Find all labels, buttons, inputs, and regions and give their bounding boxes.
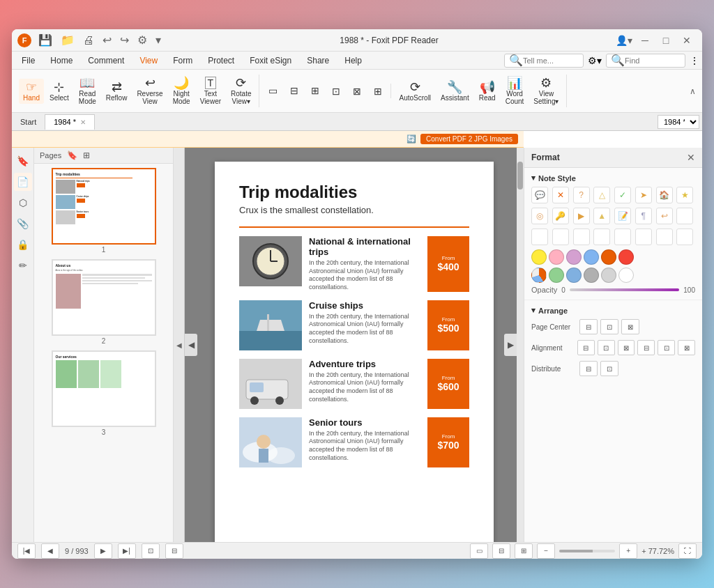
format-tab-label[interactable]: Format xyxy=(531,153,560,162)
menu-file[interactable]: File xyxy=(15,54,42,67)
color-gray2[interactable] xyxy=(601,268,616,283)
note-style-check[interactable]: ✓ xyxy=(614,187,631,203)
center-horiz-btn[interactable]: ⊟ xyxy=(579,319,598,334)
color-chart-orange[interactable] xyxy=(531,268,547,283)
menu-home[interactable]: Home xyxy=(43,54,79,67)
more-menu-icon[interactable]: ⋮ xyxy=(690,55,699,66)
view-setting-button[interactable]: ⚙ ViewSetting▾ xyxy=(529,75,563,107)
last-page-btn[interactable]: ▶| xyxy=(118,543,136,559)
thumbnail-page-2[interactable]: About us Aries is the sign of the zodiac… xyxy=(52,259,156,336)
right-panel-close-btn[interactable]: ✕ xyxy=(687,152,695,163)
night-mode-button[interactable]: 🌙 NightMode xyxy=(169,75,195,107)
select-tool-button[interactable]: ⊹ Select xyxy=(45,79,73,104)
first-page-btn[interactable]: |◀ xyxy=(17,543,36,559)
hand-tool-button[interactable]: ☞ Hand xyxy=(19,79,44,104)
note-style-return[interactable]: ↩ xyxy=(656,208,673,224)
opacity-slider[interactable] xyxy=(570,288,679,291)
note-style-up-arrow[interactable]: ▲ xyxy=(593,208,610,224)
vertical-scrollbar[interactable] xyxy=(517,148,524,542)
view-mode-3-btn[interactable]: ⊞ xyxy=(515,543,533,559)
distribute-horiz-btn[interactable]: ⊟ xyxy=(579,361,598,376)
find-search[interactable]: 🔍 xyxy=(606,54,685,68)
align-right-btn[interactable]: ⊠ xyxy=(618,340,635,355)
minimize-button[interactable]: ─ xyxy=(635,33,655,48)
center-both-btn[interactable]: ⊠ xyxy=(621,319,639,334)
sidebar-lock-icon[interactable]: 🔒 xyxy=(14,235,32,254)
note-style-blank5[interactable] xyxy=(593,229,610,245)
color-lightblue[interactable] xyxy=(566,268,582,283)
layout-btn6[interactable]: ⊞ xyxy=(368,85,388,98)
reflow-button[interactable]: ⇄ Reflow xyxy=(102,79,132,104)
maximize-button[interactable]: □ xyxy=(656,33,676,48)
copy-page-btn[interactable]: ⊡ xyxy=(142,543,160,559)
more-icon[interactable]: ▾ xyxy=(153,32,164,48)
undo-icon[interactable]: ↩ xyxy=(100,32,114,48)
grid-view-button[interactable]: ⊞ xyxy=(305,84,325,98)
customize-icon[interactable]: ⚙ xyxy=(135,32,150,48)
prev-page-btn[interactable]: ◀ xyxy=(41,543,59,559)
align-top-btn[interactable]: ⊟ xyxy=(637,340,655,355)
distribute-vert-btn[interactable]: ⊡ xyxy=(600,361,618,376)
sidebar-layers-icon[interactable]: ⬡ xyxy=(14,194,32,212)
note-style-blank[interactable] xyxy=(676,208,693,224)
color-orange[interactable] xyxy=(601,249,616,265)
profile-button[interactable]: 👤▾ xyxy=(614,33,634,48)
note-style-question[interactable]: ? xyxy=(573,187,590,203)
note-style-note[interactable]: 📝 xyxy=(614,208,631,224)
pdf-viewer[interactable]: Trip modalities Crux is the smallest con… xyxy=(185,148,524,542)
thumbnail-page-3[interactable]: Our services xyxy=(52,350,156,427)
color-blue[interactable] xyxy=(584,249,599,265)
note-style-x[interactable]: ✕ xyxy=(552,187,569,203)
note-style-blank4[interactable] xyxy=(573,229,590,245)
note-style-key[interactable]: 🔑 xyxy=(552,208,569,224)
settings-icon[interactable]: ⚙▾ xyxy=(588,55,602,66)
next-page-btn[interactable]: ▶ xyxy=(94,543,112,559)
rotate-view-button[interactable]: ⟳ RotateView▾ xyxy=(227,75,255,107)
align-middle-btn[interactable]: ⊡ xyxy=(658,340,675,355)
note-style-blank7[interactable] xyxy=(635,229,652,245)
align-bottom-btn[interactable]: ⊠ xyxy=(678,340,695,355)
sidebar-annot-icon[interactable]: 📎 xyxy=(14,215,32,233)
toolbar-collapse[interactable]: ∧ xyxy=(687,86,698,96)
menu-protect[interactable]: Protect xyxy=(201,54,241,67)
autoscroll-button[interactable]: ⟳ AutoScroll xyxy=(395,79,436,104)
tell-me-input[interactable] xyxy=(523,56,579,65)
color-white[interactable] xyxy=(618,268,634,283)
note-style-triangle[interactable]: △ xyxy=(593,187,610,203)
next-page-button[interactable]: ▶ xyxy=(504,334,517,356)
text-viewer-button[interactable]: T TextViewer xyxy=(196,75,225,107)
print-icon[interactable]: 🖨 xyxy=(80,33,97,48)
note-style-star[interactable]: ★ xyxy=(676,187,693,203)
fullscreen-btn[interactable]: ⛶ xyxy=(678,543,697,559)
color-green[interactable] xyxy=(549,268,564,283)
color-yellow[interactable] xyxy=(531,249,547,265)
menu-foxitsign[interactable]: Foxit eSign xyxy=(243,54,298,67)
menu-comment[interactable]: Comment xyxy=(81,54,131,67)
assistant-button[interactable]: 🔧 Assistant xyxy=(436,79,473,104)
start-tab[interactable]: Start xyxy=(15,116,42,127)
open-icon[interactable]: 📁 xyxy=(58,32,77,48)
paste-page-btn[interactable]: ⊟ xyxy=(165,543,183,559)
sidebar-edit-icon[interactable]: ✏ xyxy=(14,256,32,274)
note-style-blank8[interactable] xyxy=(656,229,673,245)
note-style-blank6[interactable] xyxy=(614,229,631,245)
arrange-collapse-icon[interactable]: ▾ xyxy=(531,306,536,315)
color-gray1[interactable] xyxy=(584,268,599,283)
word-count-button[interactable]: 📊 WordCount xyxy=(501,75,529,107)
note-style-home[interactable]: 🏠 xyxy=(656,187,673,203)
layout-btn5[interactable]: ⊠ xyxy=(347,85,367,98)
close-button[interactable]: ✕ xyxy=(677,33,697,48)
save-icon[interactable]: 💾 xyxy=(36,32,55,48)
tell-me-search[interactable]: 🔍 xyxy=(504,54,584,68)
align-center-btn[interactable]: ⊡ xyxy=(598,340,615,355)
menu-share[interactable]: Share xyxy=(300,54,336,67)
note-style-blank3[interactable] xyxy=(552,229,569,245)
view-mode-2-btn[interactable]: ⊟ xyxy=(492,543,510,559)
zoom-in-btn[interactable]: + xyxy=(619,543,637,559)
layout-btn4[interactable]: ⊡ xyxy=(326,85,346,98)
center-vert-btn[interactable]: ⊡ xyxy=(600,319,618,334)
doc-tab-close-btn[interactable]: ✕ xyxy=(80,118,86,126)
note-style-blank9[interactable] xyxy=(676,229,693,245)
sidebar-pages-icon[interactable]: 📄 xyxy=(14,173,32,191)
note-style-blank2[interactable] xyxy=(531,229,548,245)
